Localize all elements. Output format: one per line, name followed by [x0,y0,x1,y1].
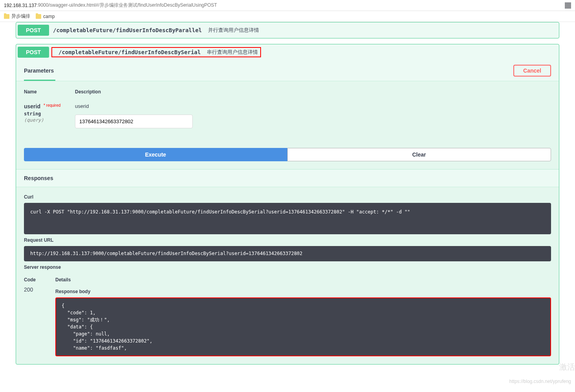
operation-path: /completableFuture/findUserInfoDescByPar… [49,27,206,33]
watermark-activate: 激活 [559,362,575,370]
url-host: 192.168.31.137 [4,3,37,8]
response-body-output: { "code": 1, "msg": "成功！", "data": { "pa… [55,297,551,356]
operation-parallel[interactable]: POST /completableFuture/findUserInfoDesc… [16,22,559,38]
param-type: string [24,111,75,117]
request-url-output: http://192.168.31.137:9000/completableFu… [24,246,551,261]
userid-input[interactable] [75,115,193,128]
param-description: userid [75,103,551,109]
operation-path: /completableFuture/findUserInfoDescBySer… [55,49,204,55]
curl-label: Curl [24,194,551,200]
folder-icon [4,14,9,19]
operation-summary: 串行查询用户信息详情 [204,49,258,56]
column-details: Details [55,277,551,283]
clear-button[interactable]: Clear [287,148,551,161]
param-name: userid [24,103,40,109]
param-in: (query) [24,117,75,123]
parameters-heading: Parameters [24,67,54,74]
folder-icon [36,14,41,19]
operation-summary: 并行查询用户信息详情 [206,27,259,34]
operation-summary-row[interactable]: POST /completableFuture/findUserInfoDesc… [16,44,559,60]
bookmark-item[interactable]: camp [36,14,55,19]
method-badge: POST [18,25,49,36]
responses-heading: Responses [16,169,559,187]
request-url-label: Request URL [24,237,551,243]
execute-button[interactable]: Execute [24,148,287,161]
response-body-label: Response body [55,289,551,294]
param-required: * required [44,103,60,108]
translate-icon[interactable] [565,2,571,9]
column-code: Code [24,277,55,283]
bookmarks-bar: 异步编排 camp [0,11,575,22]
browser-address-bar: 192.168.31.137:9000/swagger-ui/index.htm… [0,0,575,11]
column-name: Name [24,89,75,95]
parameter-row: userid * required string (query) userid [24,99,551,136]
response-code: 200 [24,286,55,356]
curl-output: curl -X POST "http://192.168.31.137:9000… [24,203,551,234]
url-path: :9000/swagger-ui/index.html#/异步编排业务测试/fi… [37,2,217,9]
method-badge: POST [18,47,49,58]
cancel-button[interactable]: Cancel [513,65,551,77]
server-response-label: Server response [24,264,551,270]
operation-serial: POST /completableFuture/findUserInfoDesc… [16,44,559,365]
bookmark-item[interactable]: 异步编排 [4,13,30,20]
column-description: Description [75,89,551,95]
